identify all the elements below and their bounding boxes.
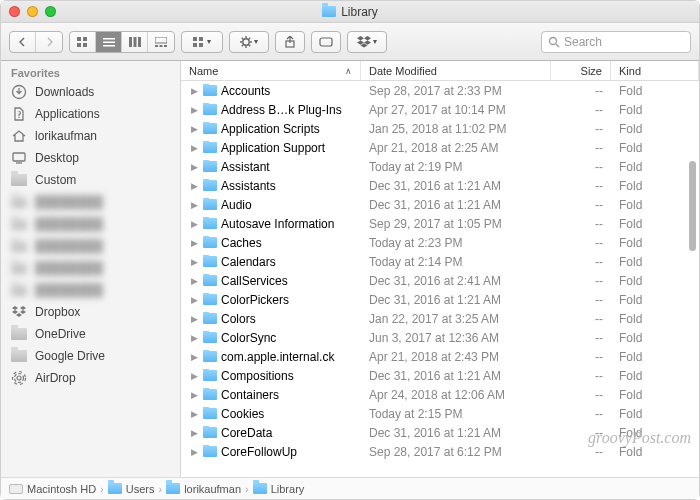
folder-icon [322,6,336,17]
file-name: Calendars [221,255,276,269]
file-name: Compositions [221,369,294,383]
folder-icon [203,389,217,400]
search-field[interactable]: Search [541,31,691,53]
close-button[interactable] [9,6,20,17]
file-size: -- [551,103,611,117]
sidebar-item-redacted[interactable]: ████████ [1,191,180,213]
disclosure-triangle-icon[interactable]: ▶ [189,314,199,324]
file-date: Apr 21, 2018 at 2:43 PM [361,350,551,364]
minimize-button[interactable] [27,6,38,17]
view-gallery-button[interactable] [148,32,174,52]
view-columns-button[interactable] [122,32,148,52]
disclosure-triangle-icon[interactable]: ▶ [189,86,199,96]
sidebar-item-redacted[interactable]: ████████ [1,279,180,301]
file-size: -- [551,388,611,402]
file-rows[interactable]: ▶AccountsSep 28, 2017 at 2:33 PM--Fold▶A… [181,81,699,477]
scrollbar[interactable] [684,121,698,455]
table-row[interactable]: ▶AccountsSep 28, 2017 at 2:33 PM--Fold [181,81,699,100]
disclosure-triangle-icon[interactable]: ▶ [189,295,199,305]
tags-button[interactable] [311,31,341,53]
table-row[interactable]: ▶CookiesToday at 2:15 PM--Fold [181,404,699,423]
disclosure-triangle-icon[interactable]: ▶ [189,352,199,362]
disclosure-triangle-icon[interactable]: ▶ [189,143,199,153]
sidebar-item-custom[interactable]: Custom [1,169,180,191]
table-row[interactable]: ▶ColorsJan 22, 2017 at 3:25 AM--Fold [181,309,699,328]
path-item-lorikaufman[interactable]: lorikaufman [166,483,241,495]
column-header-kind[interactable]: Kind [611,61,699,80]
table-row[interactable]: ▶ContainersApr 24, 2018 at 12:06 AM--Fol… [181,385,699,404]
column-header-size[interactable]: Size [551,61,611,80]
table-row[interactable]: ▶AssistantToday at 2:19 PM--Fold [181,157,699,176]
sidebar-item-redacted[interactable]: ████████ [1,213,180,235]
sidebar-item-redacted[interactable]: ████████ [1,257,180,279]
sidebar-item-downloads[interactable]: Downloads [1,81,180,103]
column-header-date[interactable]: Date Modified [361,61,551,80]
table-row[interactable]: ▶com.apple.internal.ckApr 21, 2018 at 2:… [181,347,699,366]
sidebar-item-applications[interactable]: Applications [1,103,180,125]
table-row[interactable]: ▶CoreFollowUpSep 28, 2017 at 6:12 PM--Fo… [181,442,699,461]
sidebar-item-label: Downloads [35,85,94,99]
arrange-button[interactable]: ▾ [182,32,222,52]
window-title: Library [1,5,699,19]
disclosure-triangle-icon[interactable]: ▶ [189,162,199,172]
disclosure-triangle-icon[interactable]: ▶ [189,257,199,267]
file-date: Sep 29, 2017 at 1:05 PM [361,217,551,231]
scrollbar-thumb[interactable] [689,161,696,251]
disclosure-triangle-icon[interactable]: ▶ [189,371,199,381]
view-icons-button[interactable] [70,32,96,52]
back-button[interactable] [10,32,36,52]
share-button[interactable] [275,31,305,53]
table-row[interactable]: ▶CompositionsDec 31, 2016 at 1:21 AM--Fo… [181,366,699,385]
folder-icon [203,275,217,286]
sidebar-item-redacted[interactable]: ████████ [1,235,180,257]
file-date: Dec 31, 2016 at 1:21 AM [361,369,551,383]
table-row[interactable]: ▶Application SupportApr 21, 2018 at 2:25… [181,138,699,157]
zoom-button[interactable] [45,6,56,17]
action-button[interactable]: ▾ [229,31,269,53]
table-row[interactable]: ▶AssistantsDec 31, 2016 at 1:21 AM--Fold [181,176,699,195]
chevron-right-icon: › [100,483,104,495]
table-row[interactable]: ▶ColorPickersDec 31, 2016 at 1:21 AM--Fo… [181,290,699,309]
sidebar-item-lorikaufman[interactable]: lorikaufman [1,125,180,147]
file-list: Name∧ Date Modified Size Kind ▶AccountsS… [181,61,699,477]
disclosure-triangle-icon[interactable]: ▶ [189,181,199,191]
path-item-library[interactable]: Library [253,483,305,495]
disclosure-triangle-icon[interactable]: ▶ [189,390,199,400]
disclosure-triangle-icon[interactable]: ▶ [189,409,199,419]
table-row[interactable]: ▶CoreDataDec 31, 2016 at 1:21 AM--Fold [181,423,699,442]
table-row[interactable]: ▶CallServicesDec 31, 2016 at 2:41 AM--Fo… [181,271,699,290]
disclosure-triangle-icon[interactable]: ▶ [189,219,199,229]
sidebar-item-onedrive[interactable]: OneDrive [1,323,180,345]
disclosure-triangle-icon[interactable]: ▶ [189,333,199,343]
file-name: ColorPickers [221,293,289,307]
table-row[interactable]: ▶Address B…k Plug-InsApr 27, 2017 at 10:… [181,100,699,119]
sidebar-item-google drive[interactable]: Google Drive [1,345,180,367]
disclosure-triangle-icon[interactable]: ▶ [189,447,199,457]
table-row[interactable]: ▶CalendarsToday at 2:14 PM--Fold [181,252,699,271]
disclosure-triangle-icon[interactable]: ▶ [189,105,199,115]
table-row[interactable]: ▶Autosave InformationSep 29, 2017 at 1:0… [181,214,699,233]
file-size: -- [551,141,611,155]
dropbox-toolbar-button[interactable]: ▾ [347,31,387,53]
disclosure-triangle-icon[interactable]: ▶ [189,124,199,134]
disclosure-triangle-icon[interactable]: ▶ [189,238,199,248]
table-row[interactable]: ▶AudioDec 31, 2016 at 1:21 AM--Fold [181,195,699,214]
file-size: -- [551,369,611,383]
disclosure-triangle-icon[interactable]: ▶ [189,200,199,210]
sidebar-item-dropbox[interactable]: Dropbox [1,301,180,323]
sidebar-item-airdrop[interactable]: AirDrop [1,367,180,389]
folder-icon [203,199,217,210]
table-row[interactable]: ▶CachesToday at 2:23 PM--Fold [181,233,699,252]
sidebar-item-desktop[interactable]: Desktop [1,147,180,169]
svg-line-26 [249,37,250,38]
table-row[interactable]: ▶ColorSyncJun 3, 2017 at 12:36 AM--Fold [181,328,699,347]
title-bar: Library [1,1,699,23]
disclosure-triangle-icon[interactable]: ▶ [189,276,199,286]
table-row[interactable]: ▶Application ScriptsJan 25, 2018 at 11:0… [181,119,699,138]
path-item-users[interactable]: Users [108,483,155,495]
column-header-name[interactable]: Name∧ [181,61,361,80]
disclosure-triangle-icon[interactable]: ▶ [189,428,199,438]
view-list-button[interactable] [96,32,122,52]
path-item-macintosh hd[interactable]: Macintosh HD [9,483,96,495]
forward-button[interactable] [36,32,62,52]
